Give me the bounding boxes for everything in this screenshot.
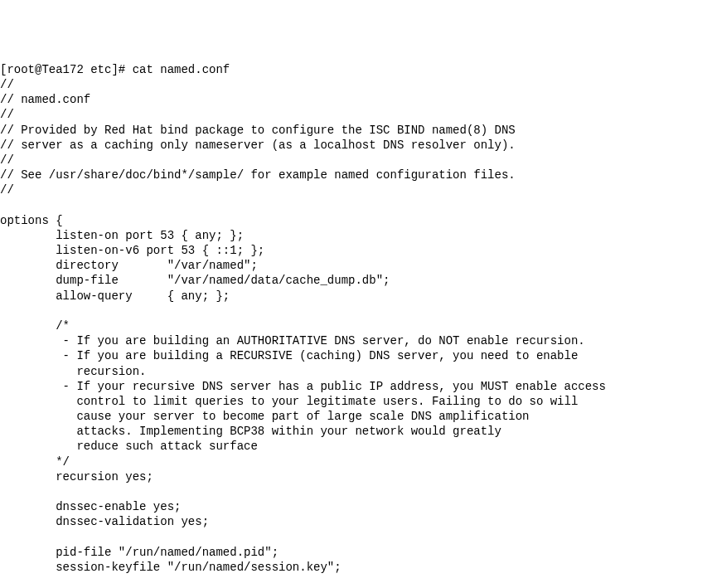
file-line: - If you are building a RECURSIVE (cachi… [0, 349, 578, 362]
file-line: reduce such attack surface [0, 440, 258, 453]
file-line: listen-on port 53 { any; }; [0, 229, 244, 242]
file-line: pid-file "/run/named/named.pid"; [0, 546, 279, 559]
shell-prompt: [root@Tea172 etc]# cat named.conf [0, 63, 230, 76]
file-line: recursion yes; [0, 470, 153, 484]
file-line: // See /usr/share/doc/bind*/sample/ for … [0, 168, 516, 182]
file-line: // [0, 78, 14, 91]
file-line: - If your recursive DNS server has a pub… [0, 380, 606, 393]
file-line: control to limit queries to your legitim… [0, 395, 578, 408]
file-line: /* [0, 319, 70, 333]
file-line: options { [0, 214, 63, 227]
file-line: // [0, 183, 14, 197]
file-line: // [0, 108, 14, 121]
file-line: attacks. Implementing BCP38 within your … [0, 425, 501, 438]
file-line: dnssec-validation yes; [0, 515, 209, 528]
file-line: // [0, 153, 14, 167]
file-line: dump-file "/var/named/data/cache_dump.db… [0, 274, 390, 287]
file-line: session-keyfile "/run/named/session.key"… [0, 561, 342, 574]
file-line: recursion. [0, 365, 146, 378]
file-line: - If you are building an AUTHORITATIVE D… [0, 334, 585, 347]
file-line: */ [0, 455, 70, 469]
file-line: dnssec-enable yes; [0, 500, 181, 513]
file-line: // server as a caching only nameserver (… [0, 138, 516, 152]
file-line: directory "/var/named"; [0, 259, 258, 272]
terminal-output: [root@Tea172 etc]# cat named.conf // // … [0, 61, 717, 588]
file-line: // named.conf [0, 93, 90, 106]
file-line: // Provided by Red Hat bind package to c… [0, 124, 516, 137]
file-line: allow-query { any; }; [0, 289, 230, 303]
file-line: cause your server to become part of larg… [0, 410, 530, 423]
file-line: listen-on-v6 port 53 { ::1; }; [0, 244, 264, 257]
